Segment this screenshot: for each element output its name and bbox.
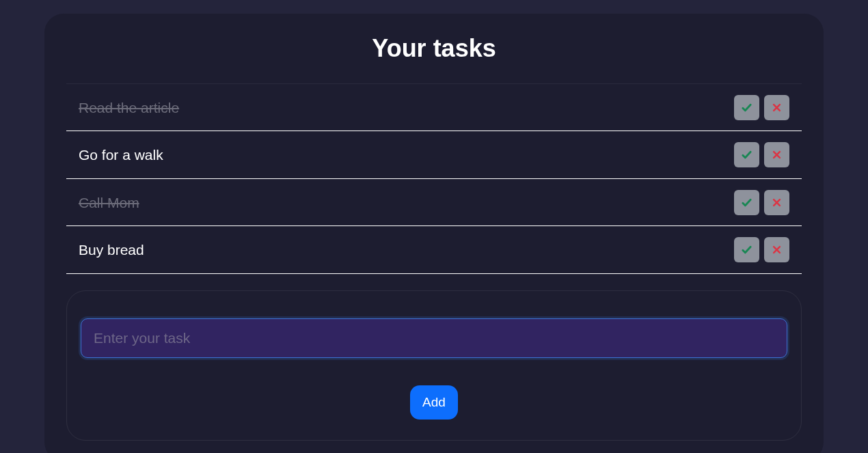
delete-task-button[interactable] bbox=[764, 237, 789, 262]
complete-task-button[interactable] bbox=[734, 95, 759, 120]
task-label: Call Mom bbox=[79, 195, 139, 211]
task-row: Call Mom bbox=[66, 179, 802, 226]
task-actions bbox=[734, 190, 789, 215]
task-actions bbox=[734, 142, 789, 167]
task-row: Read the article bbox=[66, 83, 802, 131]
add-task-form: Add bbox=[66, 290, 802, 441]
task-row: Go for a walk bbox=[66, 131, 802, 179]
task-label: Go for a walk bbox=[79, 147, 163, 163]
complete-task-button[interactable] bbox=[734, 237, 759, 262]
delete-task-button[interactable] bbox=[764, 142, 789, 167]
task-actions bbox=[734, 95, 789, 120]
complete-task-button[interactable] bbox=[734, 142, 759, 167]
task-input[interactable] bbox=[81, 318, 787, 358]
add-button[interactable]: Add bbox=[410, 385, 458, 420]
task-label: Read the article bbox=[79, 100, 179, 116]
tasks-card: Your tasks Read the article Go for a wal… bbox=[44, 14, 824, 453]
cross-icon bbox=[772, 150, 782, 160]
cross-icon bbox=[772, 245, 782, 255]
check-icon bbox=[741, 244, 752, 256]
check-icon bbox=[741, 149, 752, 161]
task-label: Buy bread bbox=[79, 242, 144, 258]
check-icon bbox=[741, 102, 752, 113]
delete-task-button[interactable] bbox=[764, 95, 789, 120]
task-row: Buy bread bbox=[66, 225, 802, 274]
cross-icon bbox=[772, 102, 782, 113]
cross-icon bbox=[772, 197, 782, 208]
check-icon bbox=[741, 197, 752, 208]
page-title: Your tasks bbox=[57, 34, 811, 63]
complete-task-button[interactable] bbox=[734, 190, 759, 215]
task-actions bbox=[734, 237, 789, 262]
delete-task-button[interactable] bbox=[764, 190, 789, 215]
task-list: Read the article Go for a walk bbox=[66, 83, 802, 274]
